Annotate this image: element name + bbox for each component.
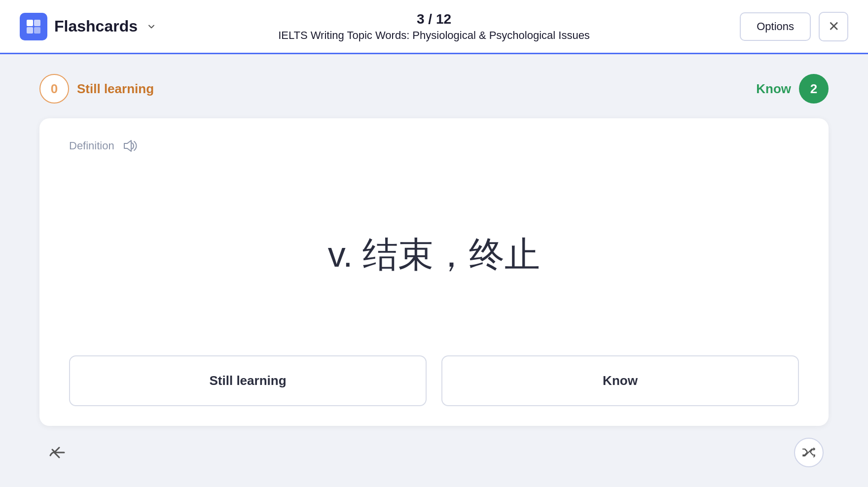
close-icon: ✕ xyxy=(828,18,839,35)
card-label-row: Definition xyxy=(69,138,799,154)
header-left: Flashcards xyxy=(20,13,156,40)
shuffle-button[interactable] xyxy=(794,438,824,467)
stats-bar: 0 Still learning Know 2 xyxy=(39,74,829,104)
header: Flashcards 3 / 12 IELTS Writing Topic Wo… xyxy=(0,0,868,54)
main-content: 0 Still learning Know 2 Definition v. 结束… xyxy=(0,54,868,487)
know-count: 2 xyxy=(799,74,829,104)
close-button[interactable]: ✕ xyxy=(819,12,848,41)
back-button[interactable] xyxy=(44,438,74,467)
still-learning-count: 0 xyxy=(39,74,69,104)
still-learning-section: 0 Still learning xyxy=(39,74,154,104)
svg-rect-3 xyxy=(34,27,40,34)
deck-title: IELTS Writing Topic Words: Physiological… xyxy=(278,29,590,42)
svg-rect-0 xyxy=(27,20,33,26)
know-section: Know 2 xyxy=(756,74,829,104)
app-title: Flashcards xyxy=(54,17,138,35)
speaker-icon[interactable] xyxy=(121,138,137,154)
card-actions: Still learning Know xyxy=(69,355,799,406)
options-button[interactable]: Options xyxy=(740,12,811,41)
app-logo xyxy=(20,13,47,40)
still-learning-button[interactable]: Still learning xyxy=(69,355,427,406)
svg-rect-2 xyxy=(27,27,33,34)
card-content: v. 结束，终止 xyxy=(69,169,799,341)
card-counter: 3 / 12 xyxy=(278,11,590,28)
still-learning-label: Still learning xyxy=(77,81,154,97)
flashcard: Definition v. 结束，终止 Still learning Know xyxy=(39,118,829,426)
svg-rect-1 xyxy=(34,20,40,26)
shuffle-icon xyxy=(801,445,816,460)
header-right: Options ✕ xyxy=(740,12,848,41)
know-label: Know xyxy=(756,81,791,97)
card-definition-text: v. 结束，终止 xyxy=(328,231,541,278)
header-center: 3 / 12 IELTS Writing Topic Words: Physio… xyxy=(278,11,590,42)
back-arrow-icon xyxy=(45,439,73,466)
card-label: Definition xyxy=(69,139,114,152)
bottom-controls xyxy=(39,438,829,467)
dropdown-icon[interactable] xyxy=(146,22,156,32)
know-button[interactable]: Know xyxy=(441,355,799,406)
